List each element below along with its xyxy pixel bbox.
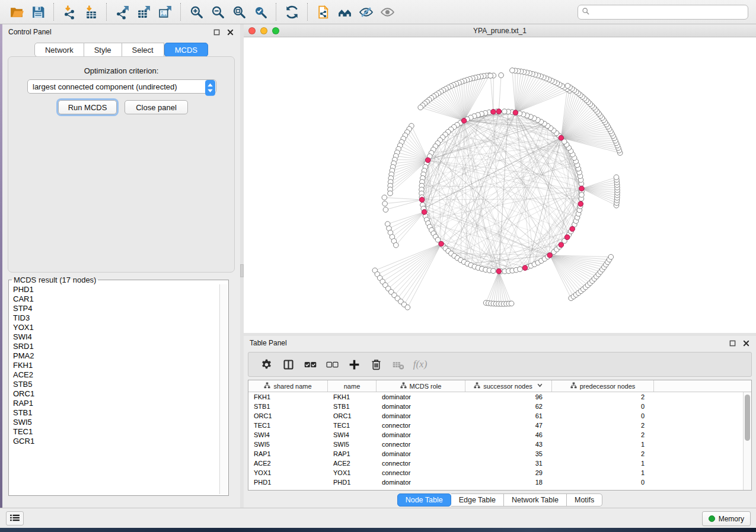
run-mcds-button[interactable]: Run MCDS: [58, 100, 117, 114]
table-row[interactable]: FKH1FKH1dominator962: [248, 392, 743, 402]
mcds-result-item[interactable]: SRD1: [13, 342, 219, 351]
import-table-icon[interactable]: [80, 2, 101, 22]
memory-button[interactable]: Memory: [702, 511, 751, 526]
mcds-result-item[interactable]: PHD1: [13, 285, 219, 294]
mcds-result-item[interactable]: STB5: [13, 380, 219, 389]
tab-edge-table[interactable]: Edge Table: [451, 493, 504, 507]
mcds-result-item[interactable]: GCR1: [13, 437, 219, 446]
close-panel-icon[interactable]: [742, 339, 750, 347]
mcds-result-item[interactable]: SWI4: [13, 332, 219, 342]
tab-select[interactable]: Select: [122, 43, 164, 57]
graph-hub-node[interactable]: [461, 118, 467, 124]
search-box[interactable]: [578, 5, 748, 20]
table-scrollbar[interactable]: [743, 392, 751, 490]
mcds-result-item[interactable]: STB1: [13, 408, 219, 418]
graph-node[interactable]: [499, 73, 504, 78]
graph-hub-node[interactable]: [578, 201, 583, 207]
mcds-result-item[interactable]: CAR1: [13, 294, 219, 304]
zoom-selected-icon[interactable]: [250, 2, 271, 22]
table-row[interactable]: ORC1ORC1dominator610: [248, 411, 743, 421]
graph-hub-node[interactable]: [579, 186, 585, 191]
graph-node[interactable]: [608, 254, 614, 259]
graph-node[interactable]: [488, 73, 493, 79]
table-scrollbar-thumb[interactable]: [745, 395, 750, 441]
graph-node[interactable]: [382, 201, 388, 206]
mcds-result-item[interactable]: PMA2: [13, 351, 219, 361]
export-network-icon[interactable]: [111, 2, 133, 22]
show-details-icon[interactable]: [377, 2, 398, 22]
show-column-panel-icon[interactable]: [277, 354, 299, 374]
export-table-icon[interactable]: [133, 2, 154, 22]
graph-hub-node[interactable]: [522, 265, 528, 271]
refresh-icon[interactable]: [281, 2, 302, 22]
graph-hub-node[interactable]: [513, 110, 518, 116]
criterion-dropdown[interactable]: largest connected component (undirected): [27, 79, 216, 94]
graph-node[interactable]: [405, 305, 410, 310]
table-row[interactable]: STB1STB1dominator620: [248, 402, 743, 411]
float-panel-icon[interactable]: [212, 28, 221, 36]
tab-network-table[interactable]: Network Table: [504, 493, 567, 507]
graph-hub-node[interactable]: [496, 269, 502, 274]
import-network-icon[interactable]: [59, 2, 80, 22]
save-session-icon[interactable]: [27, 2, 49, 22]
tab-style[interactable]: Style: [84, 43, 122, 57]
graph-node[interactable]: [394, 243, 399, 248]
graph-node[interactable]: [518, 267, 523, 272]
graph-node[interactable]: [565, 84, 570, 89]
zoom-out-icon[interactable]: [207, 2, 228, 22]
mcds-result-item[interactable]: TEC1: [13, 427, 219, 437]
graph-node[interactable]: [491, 268, 496, 274]
minimize-window-icon[interactable]: [260, 27, 267, 34]
graph-hub-node[interactable]: [422, 210, 427, 215]
mcds-result-item[interactable]: STP4: [13, 304, 219, 313]
close-panel-button[interactable]: Close panel: [125, 100, 188, 114]
graph-node[interactable]: [579, 193, 585, 198]
mcds-result-item[interactable]: FKH1: [13, 361, 219, 370]
column-header[interactable]: successor nodes: [465, 380, 552, 392]
table-row[interactable]: TEC1TEC1connector472: [248, 421, 743, 430]
mcds-result-item[interactable]: TID3: [13, 313, 219, 323]
overview-icon[interactable]: [334, 2, 355, 22]
graph-hub-node[interactable]: [559, 135, 564, 140]
graph-hub-node[interactable]: [425, 158, 430, 163]
task-history-button[interactable]: [6, 511, 24, 525]
open-file-icon[interactable]: [6, 2, 27, 22]
graph-hub-node[interactable]: [496, 109, 502, 114]
mcds-result-item[interactable]: RAP1: [13, 399, 219, 408]
graph-hub-node[interactable]: [491, 109, 496, 114]
close-window-icon[interactable]: [248, 27, 256, 34]
graph-node[interactable]: [502, 109, 507, 114]
table-row[interactable]: RAP1RAP1dominator352: [248, 449, 743, 459]
add-icon[interactable]: [343, 354, 365, 374]
table-row[interactable]: PHD1PHD1dominator180: [248, 477, 743, 487]
graph-node[interactable]: [510, 68, 515, 73]
deselect-all-icon[interactable]: [321, 354, 343, 374]
search-input[interactable]: [592, 8, 744, 17]
tab-network[interactable]: Network: [34, 43, 84, 57]
tab-mcds[interactable]: MCDS: [164, 43, 208, 57]
delete-icon[interactable]: [365, 354, 387, 374]
table-row[interactable]: YOX1YOX1connector291: [248, 468, 743, 477]
share-document-icon[interactable]: [312, 2, 334, 22]
graph-node[interactable]: [382, 195, 387, 200]
graph-hub-node[interactable]: [570, 226, 575, 232]
graph-node[interactable]: [509, 301, 514, 306]
column-header[interactable]: MCDS role: [377, 380, 465, 392]
zoom-in-icon[interactable]: [186, 2, 207, 22]
graph-node[interactable]: [383, 207, 388, 213]
graph-hub-node[interactable]: [547, 253, 553, 258]
float-panel-icon[interactable]: [728, 339, 736, 347]
graph-hub-node[interactable]: [564, 235, 570, 240]
mcds-result-list[interactable]: PHD1CAR1STP4TID3YOX1SWI4SRD1PMA2FKH1ACE2…: [10, 284, 219, 494]
tab-node-table[interactable]: Node Table: [397, 493, 451, 507]
zoom-fit-icon[interactable]: [228, 2, 250, 22]
table-row[interactable]: SWI4SWI4dominator462: [248, 430, 743, 440]
mcds-result-item[interactable]: YOX1: [13, 323, 219, 332]
graph-node[interactable]: [614, 175, 619, 180]
column-header[interactable]: name: [328, 380, 377, 392]
table-settings-icon[interactable]: [256, 354, 277, 374]
close-panel-icon[interactable]: [226, 28, 234, 36]
network-canvas-svg[interactable]: [244, 37, 756, 333]
column-header[interactable]: shared name: [248, 380, 328, 392]
graph-node[interactable]: [388, 191, 393, 196]
